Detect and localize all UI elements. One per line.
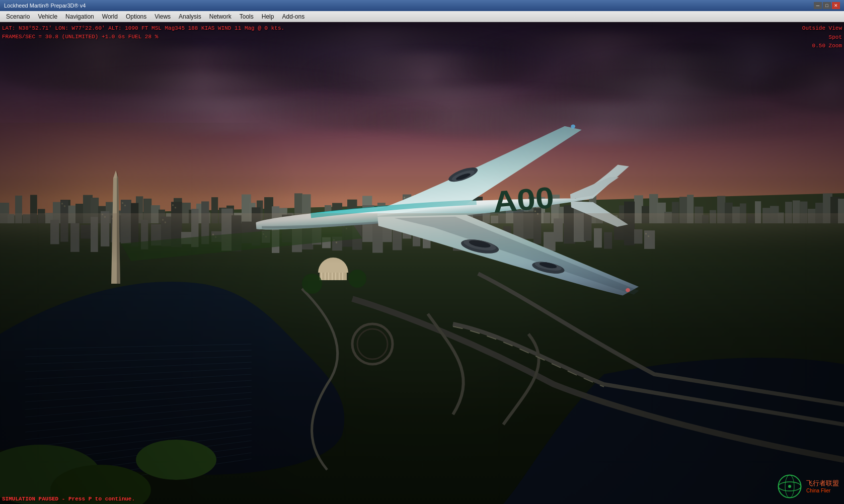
hud-view-type: Outside View (802, 24, 842, 33)
menu-vehicle[interactable]: Vehicle (34, 12, 61, 21)
titlebar-controls: ─ □ ✕ (814, 2, 840, 9)
watermark-chinese: 飞行者联盟 (806, 479, 839, 488)
menu-scenario[interactable]: Scenario (2, 12, 34, 21)
watermark-logo-icon (777, 474, 802, 499)
minimize-button[interactable]: ─ (814, 2, 822, 9)
menu-navigation[interactable]: Navigation (61, 12, 98, 21)
menubar: Scenario Vehicle Navigation World Option… (0, 11, 844, 22)
titlebar: Lockheed Martin® Prepar3D® v4 ─ □ ✕ (0, 0, 844, 11)
menu-analysis[interactable]: Analysis (175, 12, 205, 21)
hud-zoom: 0.50 Zoom (802, 42, 842, 51)
maximize-button[interactable]: □ (823, 2, 831, 9)
watermark-english: China Flier (806, 488, 839, 493)
titlebar-title: Lockheed Martin® Prepar3D® v4 (4, 3, 86, 9)
menu-addons[interactable]: Add-ons (278, 12, 309, 21)
simulation-viewport[interactable]: LAT: N38°52.71' LON: W77°22.60' ALT: 109… (0, 22, 844, 504)
hud-coordinates: LAT: N38°52.71' LON: W77°22.60' ALT: 109… (2, 24, 284, 33)
scene-canvas (0, 22, 844, 504)
watermark-text-block: 飞行者联盟 China Flier (806, 479, 839, 493)
hud-top-left: LAT: N38°52.71' LON: W77°22.60' ALT: 109… (2, 24, 284, 41)
menu-world[interactable]: World (98, 12, 122, 21)
hud-performance: FRAMES/SEC = 30.8 (UNLIMITED) +1.0 Gs FU… (2, 33, 284, 41)
hud-bottom-status: SIMULATION PAUSED - Press P to continue. (2, 496, 135, 502)
hud-view-mode: Spot (802, 33, 842, 42)
pause-message: SIMULATION PAUSED - Press P to continue. (2, 496, 135, 502)
watermark: 飞行者联盟 China Flier (777, 474, 839, 499)
svg-point-3 (788, 485, 791, 488)
close-button[interactable]: ✕ (832, 2, 840, 9)
menu-help[interactable]: Help (258, 12, 278, 21)
hud-top-right: Outside View Spot 0.50 Zoom (802, 24, 842, 51)
menu-tools[interactable]: Tools (236, 12, 258, 21)
menu-options[interactable]: Options (122, 12, 150, 21)
menu-views[interactable]: Views (150, 12, 175, 21)
menu-network[interactable]: Network (205, 12, 236, 21)
